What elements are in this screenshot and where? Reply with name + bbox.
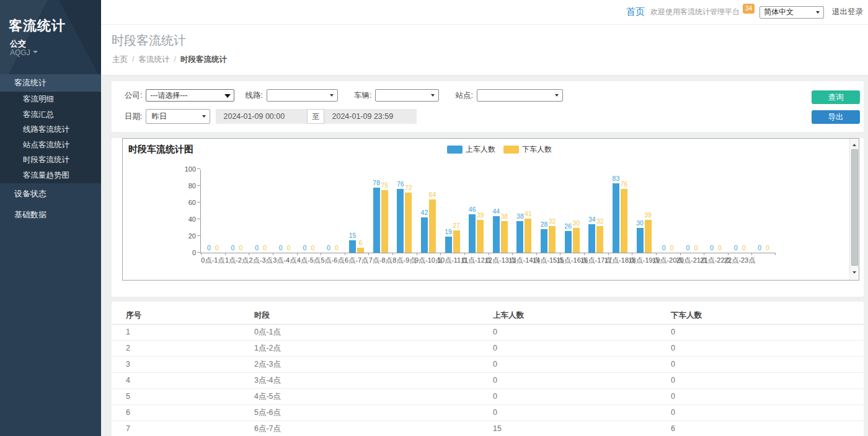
date-from-input[interactable]: 2024-01-09 00:00	[216, 109, 307, 124]
chevron-down-icon	[202, 115, 206, 120]
chart-category: 002点-3点	[249, 170, 273, 253]
line-select[interactable]	[267, 89, 338, 102]
sidebar-item-station-stats[interactable]: 站点客流统计	[0, 137, 101, 153]
sidebar-item-passenger-summary[interactable]: 客流汇总	[0, 107, 101, 123]
x-axis-tick-label: 5点-6点	[321, 256, 344, 265]
col-header-period: 时段	[254, 308, 493, 324]
chart-category: 283214点-15点	[536, 170, 560, 253]
chart-category: 005点-6点	[321, 170, 345, 253]
x-axis-tick-label: 0点-1点	[201, 256, 224, 265]
sidebar-logo-block: 客流统计 公交 AQGJ	[0, 0, 101, 74]
bar-alighting	[405, 193, 412, 253]
vehicle-label: 车辆:	[354, 90, 371, 101]
top-navbar: 首页 欢迎使用客流统计管理平台 34 简体中文 退出登录	[101, 0, 868, 25]
scrollbar-thumb[interactable]	[851, 149, 858, 266]
search-button[interactable]: 查询	[812, 90, 860, 104]
x-axis-tick-label: 2点-3点	[249, 256, 273, 265]
chart-category: 001点-2点	[225, 170, 249, 253]
station-label: 站点:	[455, 90, 472, 101]
bar-value-label: 75	[377, 181, 392, 189]
table-row[interactable]: 65点-6点00	[112, 404, 864, 421]
table-row[interactable]: 32点-3点00	[112, 356, 864, 372]
bar-boarding	[373, 188, 380, 253]
scroll-down-icon[interactable]	[850, 269, 859, 278]
sidebar-item-passenger-detail[interactable]: 客流明细	[0, 92, 101, 107]
bar-alighting	[477, 220, 484, 253]
breadcrumb-section[interactable]: 客流统计	[138, 55, 169, 64]
chart-category: 42649点-10点	[417, 170, 441, 253]
legend-swatch-boarding	[447, 146, 463, 154]
sidebar-item-device-status[interactable]: 设备状态	[0, 183, 101, 204]
bar-value-label: 39	[473, 211, 488, 219]
chart-category: 1566点-7点	[345, 170, 369, 253]
chart-category: 192710点-11点	[440, 170, 464, 253]
org-code-dropdown[interactable]: AQGJ	[10, 48, 38, 57]
bar-boarding	[493, 216, 500, 253]
bar-value-label: 32	[545, 217, 560, 225]
sidebar-item-trend-chart[interactable]: 客流量趋势图	[0, 168, 101, 183]
date-to-input[interactable]: 2024-01-09 23:59	[324, 109, 417, 124]
sidebar-item-period-stats[interactable]: 时段客流统计	[0, 152, 101, 168]
page-title: 时段客流统计	[112, 32, 186, 49]
period-stats-table: 序号 时段 上车人数 下车人数 10点-1点0021点-2点0032点-3点00…	[112, 308, 864, 436]
sidebar-item-base-data[interactable]: 基础数据	[0, 204, 101, 225]
bar-boarding	[637, 228, 644, 253]
chart-category: 837617点-18点	[608, 170, 632, 253]
bar-alighting	[573, 228, 580, 253]
x-axis-tick-label: 8点-9点	[392, 256, 416, 265]
table-row[interactable]: 21点-2点00	[112, 340, 864, 356]
bar-value-label: 0	[210, 244, 224, 251]
scroll-up-icon[interactable]	[850, 139, 859, 149]
col-header-index: 序号	[112, 308, 254, 324]
notification-badge[interactable]: 34	[743, 4, 755, 14]
y-axis-tick-label: 20	[172, 232, 196, 240]
company-select[interactable]: ---请选择---	[146, 89, 234, 102]
bar-value-label: 0	[760, 244, 775, 251]
chevron-down-icon	[330, 94, 334, 98]
legend-item-boarding[interactable]: 上车人数	[447, 144, 495, 155]
bar-value-label: 41	[521, 210, 536, 217]
bar-value-label: 72	[401, 184, 416, 191]
main-area: 首页 欢迎使用客流统计管理平台 34 简体中文 退出登录 时段客流统计 主页/客…	[101, 0, 868, 436]
language-select[interactable]: 简体中文	[760, 6, 824, 19]
bar-value-label: 27	[449, 222, 464, 229]
vehicle-select[interactable]	[375, 89, 439, 102]
chart-category: 443812点-13点	[489, 170, 513, 253]
bar-value-label: 15	[345, 232, 360, 239]
line-label: 线路:	[245, 90, 262, 101]
bar-boarding	[421, 217, 428, 253]
date-preset-select[interactable]: 昨日	[146, 109, 210, 124]
sidebar: 客流统计 公交 AQGJ 客流统计 客流明细 客流汇总 线路客流统计 站点客流统…	[0, 0, 101, 436]
breadcrumb-home[interactable]: 主页	[112, 55, 128, 64]
chart-category: 0019点-20点	[656, 170, 680, 253]
chart-scrollbar[interactable]	[849, 139, 859, 280]
bar-boarding	[613, 183, 619, 253]
chart-category: 0020点-21点	[680, 170, 704, 253]
home-link[interactable]: 首页	[626, 6, 645, 18]
table-row[interactable]: 43点-4点00	[112, 372, 864, 388]
sidebar-item-line-stats[interactable]: 线路客流统计	[0, 122, 101, 137]
legend-item-alighting[interactable]: 下车人数	[503, 144, 552, 155]
table-row[interactable]: 10点-1点00	[112, 324, 864, 340]
bar-alighting	[429, 199, 436, 253]
sidebar-item-passenger-stats[interactable]: 客流统计	[0, 74, 101, 92]
date-range-to-label: 至	[307, 109, 324, 124]
chart-panel: 时段车流统计图 上车人数 下车人数 020406080100000点-1点001…	[112, 138, 864, 297]
logout-link[interactable]: 退出登录	[832, 7, 863, 17]
bar-alighting	[453, 230, 460, 253]
chart-category: 0021点-22点	[704, 170, 728, 253]
bar-boarding	[541, 229, 547, 253]
table-row[interactable]: 76点-7点156	[112, 421, 864, 436]
bar-boarding	[397, 189, 404, 253]
table-row[interactable]: 54点-5点00	[112, 388, 864, 404]
chevron-down-icon	[816, 11, 820, 15]
bar-boarding	[565, 231, 572, 253]
bar-boarding	[445, 237, 452, 253]
dropdown-arrow-icon	[224, 94, 231, 101]
date-label: 日期:	[125, 111, 142, 122]
chart-category: 000点-1点	[201, 170, 225, 253]
export-button[interactable]: 导出	[812, 110, 860, 124]
station-select[interactable]	[477, 89, 563, 102]
chevron-down-icon	[555, 94, 559, 98]
chart-category: 76728点-9点	[392, 170, 417, 253]
